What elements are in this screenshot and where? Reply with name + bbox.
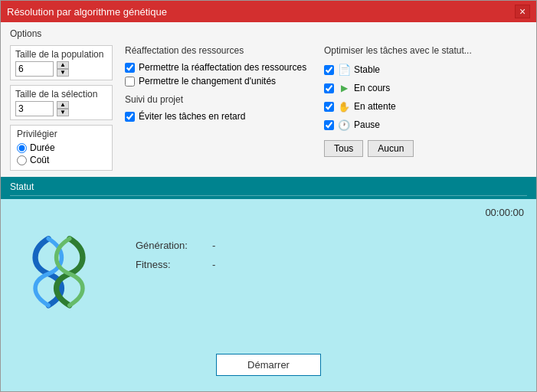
cb2-label: Permettre le changement d'unités bbox=[139, 76, 276, 87]
cb3-checkbox[interactable] bbox=[125, 112, 135, 122]
population-spinner-row: ▲ ▼ bbox=[15, 61, 107, 77]
logo-area bbox=[13, 224, 105, 316]
middle-column: Réaffectation des ressources Permettre l… bbox=[125, 45, 324, 171]
selection-spinner-buttons: ▲ ▼ bbox=[57, 101, 69, 116]
logo-svg bbox=[21, 228, 97, 312]
cb3-row: Éviter les tâches en retard bbox=[125, 111, 312, 122]
suivi-title: Suivi du projet bbox=[125, 94, 312, 105]
suivi-section: Suivi du projet Éviter les tâches en ret… bbox=[125, 94, 312, 122]
privilegier-title: Privilégier bbox=[17, 129, 106, 139]
cout-radio[interactable] bbox=[17, 155, 27, 165]
generation-label: Génération: bbox=[136, 240, 205, 251]
duree-radio[interactable] bbox=[17, 143, 27, 153]
status-header: Statut bbox=[10, 181, 527, 192]
stable-checkbox[interactable] bbox=[324, 65, 334, 75]
window-title: Résolution par algorithme génétique bbox=[7, 6, 167, 18]
title-bar: Résolution par algorithme génétique × bbox=[1, 1, 536, 22]
left-column: Taille de la population ▲ ▼ Taille de la… bbox=[10, 45, 125, 171]
bottom-area: 00:00:00 Génération: - bbox=[1, 199, 536, 391]
main-window: Résolution par algorithme génétique × Op… bbox=[0, 0, 537, 392]
fitness-value: - bbox=[212, 259, 215, 270]
right-title: Optimiser les tâches avec le statut... bbox=[324, 45, 472, 56]
encours-label: En cours bbox=[354, 83, 390, 93]
encours-item: ▶ En cours bbox=[324, 82, 472, 94]
cb2-checkbox[interactable] bbox=[125, 77, 135, 87]
pause-checkbox[interactable] bbox=[324, 120, 334, 130]
selection-label: Taille de la sélection bbox=[15, 89, 107, 100]
status-section: Statut bbox=[1, 177, 536, 199]
options-body: Taille de la population ▲ ▼ Taille de la… bbox=[10, 45, 527, 171]
fitness-label: Fitness: bbox=[136, 259, 205, 270]
reaffectation-title: Réaffectation des ressources bbox=[125, 45, 312, 56]
selection-group: Taille de la sélection ▲ ▼ bbox=[10, 85, 113, 120]
cb1-label: Permettre la réaffectation des ressource… bbox=[139, 62, 306, 73]
tous-button[interactable]: Tous bbox=[324, 140, 363, 157]
attente-icon: ✋ bbox=[338, 100, 350, 113]
cb1-checkbox[interactable] bbox=[125, 63, 135, 73]
generation-value: - bbox=[212, 240, 215, 251]
population-up-button[interactable]: ▲ bbox=[57, 61, 69, 69]
reaffectation-section: Réaffectation des ressources Permettre l… bbox=[125, 45, 312, 87]
stable-item: 📄 Stable bbox=[324, 64, 472, 76]
timer-display: 00:00:00 bbox=[13, 207, 524, 218]
duree-radio-row: Durée bbox=[17, 142, 106, 153]
tous-aucun-row: Tous Aucun bbox=[324, 140, 472, 157]
selection-spinner-row: ▲ ▼ bbox=[15, 101, 107, 116]
aucun-button[interactable]: Aucun bbox=[368, 140, 414, 157]
encours-icon: ▶ bbox=[338, 82, 350, 94]
pause-item: 🕐 Pause bbox=[324, 119, 472, 131]
population-label: Taille de la population bbox=[15, 49, 107, 60]
bottom-content: Génération: - Fitness: - bbox=[13, 224, 524, 354]
options-header: Options bbox=[10, 28, 527, 39]
selection-up-button[interactable]: ▲ bbox=[57, 101, 69, 109]
population-group: Taille de la population ▲ ▼ bbox=[10, 45, 113, 80]
generation-row: Génération: - bbox=[136, 240, 524, 251]
cout-radio-row: Coût bbox=[17, 155, 106, 165]
close-button[interactable]: × bbox=[515, 5, 530, 18]
stable-label: Stable bbox=[354, 64, 380, 75]
selection-down-button[interactable]: ▼ bbox=[57, 109, 69, 116]
status-divider bbox=[10, 195, 527, 196]
attente-checkbox[interactable] bbox=[324, 102, 334, 112]
encours-checkbox[interactable] bbox=[324, 83, 334, 93]
pause-icon: 🕐 bbox=[338, 119, 350, 131]
population-down-button[interactable]: ▼ bbox=[57, 69, 69, 77]
cb1-row: Permettre la réaffectation des ressource… bbox=[125, 62, 312, 73]
demarrer-button[interactable]: Démarrer bbox=[216, 354, 321, 376]
cout-label: Coût bbox=[30, 155, 49, 165]
info-area: Génération: - Fitness: - bbox=[105, 224, 524, 278]
fitness-row: Fitness: - bbox=[136, 259, 524, 270]
cb2-row: Permettre le changement d'unités bbox=[125, 76, 312, 87]
pause-label: Pause bbox=[354, 119, 380, 130]
bottom-btn-row: Démarrer bbox=[13, 354, 524, 384]
selection-input[interactable] bbox=[15, 101, 54, 116]
cb3-label: Éviter les tâches en retard bbox=[139, 111, 245, 122]
population-spinner-buttons: ▲ ▼ bbox=[57, 61, 69, 77]
privilegier-group: Privilégier Durée Coût bbox=[10, 125, 113, 171]
stable-icon: 📄 bbox=[338, 64, 350, 76]
attente-label: En attente bbox=[354, 101, 396, 112]
duree-label: Durée bbox=[30, 142, 55, 153]
population-input[interactable] bbox=[15, 61, 54, 77]
right-column: Optimiser les tâches avec le statut... 📄… bbox=[324, 45, 472, 171]
options-section: Options Taille de la population ▲ ▼ Tail… bbox=[1, 22, 536, 177]
attente-item: ✋ En attente bbox=[324, 100, 472, 113]
